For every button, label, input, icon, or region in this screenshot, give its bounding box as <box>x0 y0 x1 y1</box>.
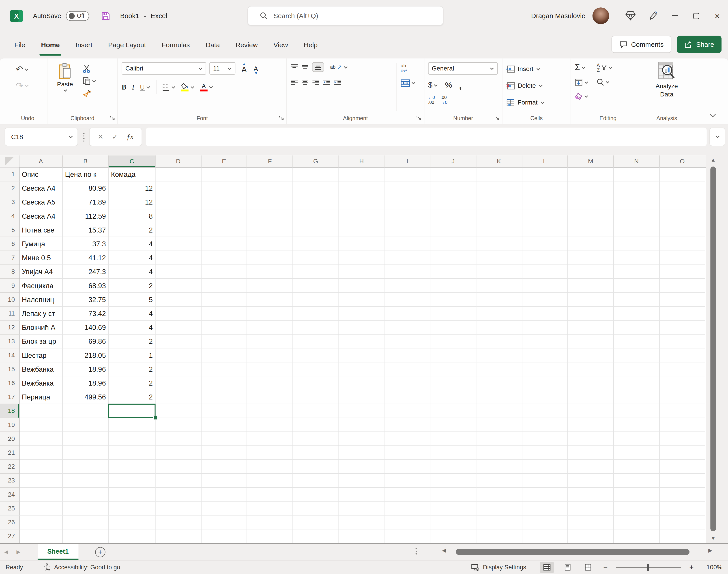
cell-M8[interactable] <box>568 265 614 279</box>
cell-G25[interactable] <box>293 501 339 516</box>
cell-H1[interactable] <box>339 167 385 181</box>
row-header-14[interactable]: 14 <box>0 348 20 362</box>
cell-D6[interactable] <box>156 237 201 251</box>
cell-M19[interactable] <box>568 418 614 432</box>
cell-J11[interactable] <box>430 307 476 321</box>
cell-G4[interactable] <box>293 209 339 223</box>
cell-C8[interactable]: 4 <box>109 265 155 279</box>
sheet-tab-sheet1[interactable]: Sheet1 <box>38 544 78 560</box>
increase-font-size-button[interactable]: ▲ A <box>241 63 247 74</box>
cell-M4[interactable] <box>568 209 614 223</box>
cell-E21[interactable] <box>201 446 247 460</box>
cell-D8[interactable] <box>156 265 201 279</box>
cell-O5[interactable] <box>659 223 705 237</box>
row-header-7[interactable]: 7 <box>0 251 20 265</box>
cell-K6[interactable] <box>476 237 522 251</box>
cell-H16[interactable] <box>339 376 385 390</box>
cell-N24[interactable] <box>614 488 660 501</box>
cell-F4[interactable] <box>247 209 293 223</box>
cell-B1[interactable]: Цена по к <box>63 167 109 181</box>
page-break-view-button[interactable] <box>581 562 595 573</box>
currency-format-button[interactable]: $ <box>428 81 438 90</box>
cell-J8[interactable] <box>430 265 476 279</box>
cell-O15[interactable] <box>659 362 705 376</box>
cell-K17[interactable] <box>476 390 522 404</box>
wrap-text-button[interactable]: ab c↩ <box>400 63 415 73</box>
clipboard-dialog-launcher[interactable] <box>110 116 115 121</box>
sheet-nav-left-icon[interactable]: ◀ <box>0 549 12 555</box>
cell-O20[interactable] <box>659 432 705 446</box>
cell-B16[interactable]: 18.96 <box>63 376 109 390</box>
cell-H13[interactable] <box>339 335 385 348</box>
cell-F11[interactable] <box>247 307 293 321</box>
cell-G26[interactable] <box>293 516 339 529</box>
cell-B24[interactable] <box>63 488 109 501</box>
cell-D18[interactable] <box>156 404 201 418</box>
cell-D13[interactable] <box>156 335 201 348</box>
cell-L4[interactable] <box>522 209 568 223</box>
row-header-19[interactable]: 19 <box>0 418 20 432</box>
cell-B10[interactable]: 32.75 <box>63 293 109 306</box>
cell-L21[interactable] <box>522 446 568 460</box>
cell-C15[interactable]: 2 <box>109 362 155 376</box>
cell-E16[interactable] <box>201 376 247 390</box>
cell-D5[interactable] <box>156 223 201 237</box>
cell-N7[interactable] <box>614 251 660 265</box>
cell-O17[interactable] <box>659 390 705 404</box>
row-header-3[interactable]: 3 <box>0 195 20 209</box>
cell-D17[interactable] <box>156 390 201 404</box>
align-left-button[interactable] <box>291 79 298 85</box>
cell-K19[interactable] <box>476 418 522 432</box>
cell-G10[interactable] <box>293 293 339 306</box>
row-header-1[interactable]: 1 <box>0 167 20 181</box>
cell-A12[interactable]: Блокчић А <box>20 321 63 335</box>
cell-H4[interactable] <box>339 209 385 223</box>
cell-K23[interactable] <box>476 474 522 488</box>
cell-A17[interactable]: Перница <box>20 390 63 404</box>
zoom-level[interactable]: 100% <box>702 564 722 571</box>
cell-G18[interactable] <box>293 404 339 418</box>
cell-H25[interactable] <box>339 501 385 516</box>
cell-D15[interactable] <box>156 362 201 376</box>
cell-K14[interactable] <box>476 348 522 362</box>
cell-F21[interactable] <box>247 446 293 460</box>
cell-C16[interactable]: 2 <box>109 376 155 390</box>
cell-C14[interactable]: 1 <box>109 348 155 362</box>
cell-J21[interactable] <box>430 446 476 460</box>
cell-C23[interactable] <box>109 474 155 488</box>
row-header-6[interactable]: 6 <box>0 237 20 251</box>
cell-C11[interactable]: 4 <box>109 307 155 321</box>
cell-O14[interactable] <box>659 348 705 362</box>
cell-I10[interactable] <box>385 293 431 306</box>
cell-J9[interactable] <box>430 279 476 293</box>
cell-K10[interactable] <box>476 293 522 306</box>
cell-M15[interactable] <box>568 362 614 376</box>
cell-B21[interactable] <box>63 446 109 460</box>
cell-D3[interactable] <box>156 195 201 209</box>
insert-function-button[interactable]: ƒx <box>126 133 133 141</box>
cell-L13[interactable] <box>522 335 568 348</box>
cell-J19[interactable] <box>430 418 476 432</box>
column-header-D[interactable]: D <box>156 156 201 167</box>
cell-D2[interactable] <box>156 181 201 195</box>
cell-G7[interactable] <box>293 251 339 265</box>
cell-M14[interactable] <box>568 348 614 362</box>
cell-B19[interactable] <box>63 418 109 432</box>
row-header-23[interactable]: 23 <box>0 474 20 488</box>
cell-E7[interactable] <box>201 251 247 265</box>
decrease-decimal-button[interactable]: .00 →0 <box>440 95 448 105</box>
cell-N20[interactable] <box>614 432 660 446</box>
cell-O3[interactable] <box>659 195 705 209</box>
horizontal-scrollbar[interactable] <box>456 549 699 555</box>
cell-O21[interactable] <box>659 446 705 460</box>
cell-E4[interactable] <box>201 209 247 223</box>
align-middle-button[interactable] <box>301 64 309 70</box>
cell-F5[interactable] <box>247 223 293 237</box>
cell-I1[interactable] <box>385 167 431 181</box>
cell-C3[interactable]: 12 <box>109 195 155 209</box>
cell-L27[interactable] <box>522 529 568 543</box>
cell-G8[interactable] <box>293 265 339 279</box>
column-header-B[interactable]: B <box>63 156 109 167</box>
name-box[interactable]: C18 <box>5 128 78 146</box>
column-header-F[interactable]: F <box>247 156 293 167</box>
